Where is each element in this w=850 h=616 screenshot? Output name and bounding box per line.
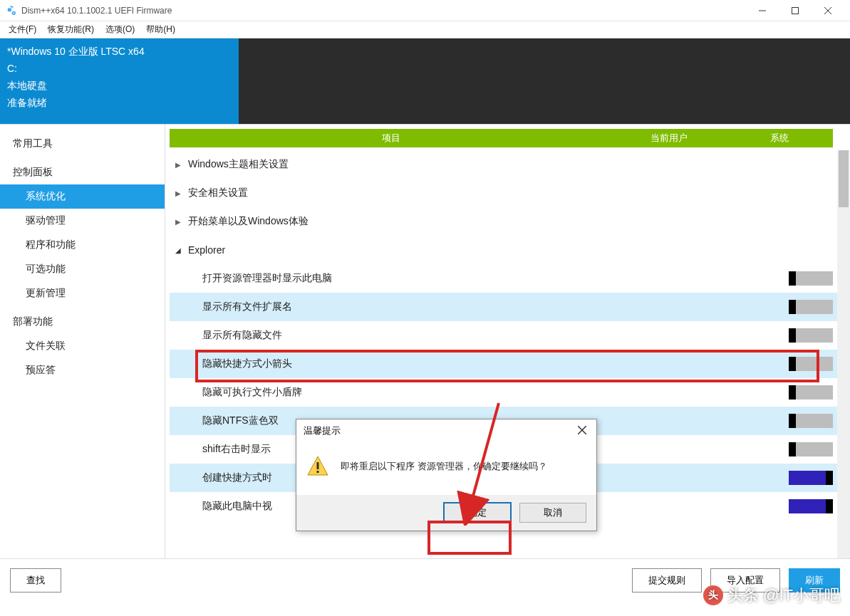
minimize-icon <box>759 7 766 14</box>
warning-icon <box>306 455 329 478</box>
info-strip: *Windows 10 企业版 LTSC x64 C: 本地硬盘 准备就绪 <box>0 38 850 124</box>
col-item: 项目 <box>170 132 612 145</box>
chevron-right-icon: ▶ <box>172 161 184 169</box>
svg-rect-9 <box>317 462 319 469</box>
toggle[interactable] <box>789 414 833 428</box>
chevron-right-icon: ▶ <box>172 218 184 226</box>
toggle[interactable] <box>789 499 833 513</box>
info-dark-area <box>239 38 850 124</box>
dialog-message: 即将重启以下程序 资源管理器，你确定要继续吗？ <box>341 460 547 473</box>
vertical-scrollbar[interactable] <box>837 150 850 558</box>
tree-group-theme[interactable]: ▶Windows主题相关设置 <box>170 150 850 179</box>
toggle[interactable] <box>789 442 833 456</box>
toggle[interactable] <box>789 328 833 343</box>
close-icon <box>824 7 831 14</box>
info-disk: 本地硬盘 <box>7 77 232 94</box>
sidebar-item-fileassoc[interactable]: 文件关联 <box>0 334 165 358</box>
watermark: 头 头条 @IT小哥吧 <box>703 585 840 606</box>
minimize-button[interactable] <box>746 0 779 21</box>
tree-group-startmenu[interactable]: ▶开始菜单以及Windows体验 <box>170 207 850 236</box>
watermark-icon: 头 <box>703 585 723 605</box>
dialog-close-button[interactable] <box>575 424 589 437</box>
tree-leaf-hidden[interactable]: 显示所有隐藏文件 <box>170 321 850 350</box>
svg-rect-10 <box>317 471 319 473</box>
svg-rect-3 <box>792 7 799 14</box>
window-title: Dism++x64 10.1.1002.1 UEFI Firmware <box>21 6 746 16</box>
dialog-footer: 确定 取消 <box>296 495 596 531</box>
tree-leaf-shield[interactable]: 隐藏可执行文件小盾牌 <box>170 378 850 407</box>
close-icon <box>578 426 586 434</box>
app-icon <box>6 5 17 16</box>
sidebar-item-programs[interactable]: 程序和功能 <box>0 233 165 257</box>
dialog-titlebar: 温馨提示 <box>296 419 596 442</box>
info-drive: C: <box>7 60 232 77</box>
column-header: 项目 当前用户 系统 <box>170 129 833 147</box>
tree-group-explorer[interactable]: ◢Explorer <box>170 236 850 264</box>
toggle[interactable] <box>789 271 833 286</box>
col-user: 当前用户 <box>612 132 726 145</box>
submit-rule-button[interactable]: 提交规则 <box>632 568 702 592</box>
menu-file[interactable]: 文件(F) <box>3 22 42 37</box>
toggle[interactable] <box>789 300 833 314</box>
dialog-title: 温馨提示 <box>304 424 341 437</box>
menu-help[interactable]: 帮助(H) <box>140 22 181 37</box>
tree-group-security[interactable]: ▶安全相关设置 <box>170 179 850 207</box>
menubar: 文件(F) 恢复功能(R) 选项(O) 帮助(H) <box>0 21 850 38</box>
close-button[interactable] <box>812 0 844 21</box>
find-button[interactable]: 查找 <box>10 568 61 592</box>
menu-options[interactable]: 选项(O) <box>100 22 140 37</box>
watermark-text: 头条 @IT小哥吧 <box>727 585 840 606</box>
window-controls <box>746 0 844 21</box>
confirm-dialog: 温馨提示 即将重启以下程序 资源管理器，你确定要继续吗？ 确定 取消 <box>296 419 597 531</box>
sidebar-item-driver[interactable]: 驱动管理 <box>0 209 165 233</box>
svg-point-1 <box>13 12 14 14</box>
sidebar-cat-controlpanel[interactable]: 控制面板 <box>0 156 165 184</box>
sidebar-cat-deploy[interactable]: 部署功能 <box>0 306 165 334</box>
col-system: 系统 <box>726 132 833 145</box>
maximize-icon <box>792 7 799 14</box>
info-status: 准备就绪 <box>7 94 232 111</box>
scrollbar-thumb[interactable] <box>839 150 849 207</box>
sidebar-item-update[interactable]: 更新管理 <box>0 281 165 306</box>
toggle[interactable] <box>789 357 833 371</box>
sidebar-item-optimize[interactable]: 系统优化 <box>0 184 165 209</box>
titlebar: Dism++x64 10.1.1002.1 UEFI Firmware <box>0 0 850 21</box>
toggle[interactable] <box>789 471 833 485</box>
sidebar: 常用工具 控制面板 系统优化 驱动管理 程序和功能 可选功能 更新管理 部署功能… <box>0 125 165 558</box>
sidebar-cat-common[interactable]: 常用工具 <box>0 127 165 156</box>
tree-leaf-ext[interactable]: 显示所有文件扩展名 <box>170 293 850 321</box>
tree-leaf-thispc[interactable]: 打开资源管理器时显示此电脑 <box>170 264 850 293</box>
menu-recovery[interactable]: 恢复功能(R) <box>42 22 100 37</box>
maximize-button[interactable] <box>779 0 812 21</box>
dialog-cancel-button[interactable]: 取消 <box>519 503 586 523</box>
info-panel[interactable]: *Windows 10 企业版 LTSC x64 C: 本地硬盘 准备就绪 <box>0 38 239 124</box>
dialog-body: 即将重启以下程序 资源管理器，你确定要继续吗？ <box>296 442 596 495</box>
dialog-ok-button[interactable]: 确定 <box>444 503 511 523</box>
chevron-right-icon: ▶ <box>172 189 184 197</box>
sidebar-item-optional[interactable]: 可选功能 <box>0 257 165 281</box>
info-os: *Windows 10 企业版 LTSC x64 <box>7 43 232 60</box>
chevron-down-icon: ◢ <box>172 246 184 254</box>
sidebar-item-preanswer[interactable]: 预应答 <box>0 358 165 382</box>
tree-leaf-shortcut-arrow[interactable]: 隐藏快捷方式小箭头 <box>170 350 850 378</box>
toggle[interactable] <box>789 385 833 400</box>
